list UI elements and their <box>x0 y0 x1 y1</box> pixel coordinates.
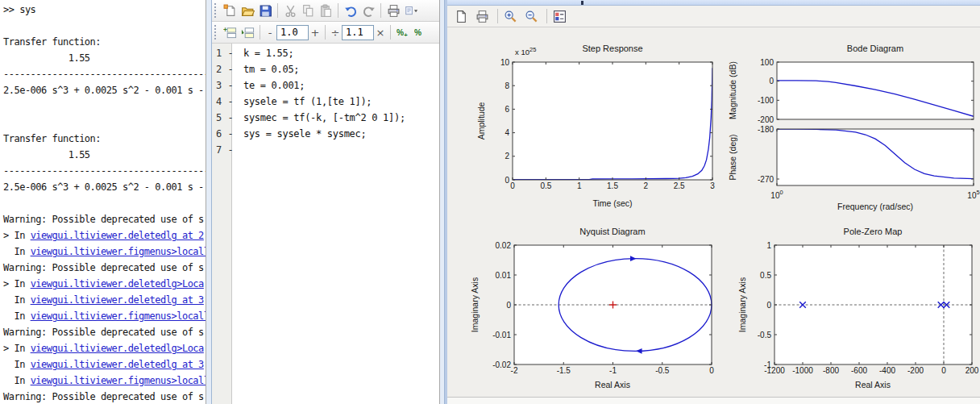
x-axis-label: Real Axis <box>855 380 891 389</box>
divide-button[interactable]: ÷ <box>329 27 342 39</box>
code-line[interactable]: sysele = tf (1,[te 1]); <box>243 94 439 110</box>
viewer-toolbar <box>447 6 980 27</box>
stack-trace-link[interactable]: viewgui.ltiviewer.figmenus>locall <box>31 375 206 386</box>
svg-text:0: 0 <box>709 366 714 375</box>
plot-canvas[interactable]: 00.511.522.530246810Step ResponseTime (s… <box>447 27 980 397</box>
plot-nyquist[interactable]: -2-1.5-1-0.500.020.010-0.01-0.02Nyquist … <box>470 227 714 389</box>
svg-text:-0.5: -0.5 <box>758 331 772 339</box>
svg-text:0: 0 <box>506 301 511 310</box>
cut-icon[interactable] <box>281 2 299 19</box>
undo-icon[interactable] <box>342 2 359 19</box>
code-line[interactable]: sysmec = tf(-k, [-tm^2 0 1]); <box>243 110 439 126</box>
stack-trace-link[interactable]: viewgui.ltiviewer.deletedlg at 3 <box>31 294 204 306</box>
multiply-button[interactable]: × <box>374 27 387 39</box>
svg-text:-180: -180 <box>758 125 774 134</box>
code-line[interactable]: te = 0.001; <box>243 77 439 94</box>
svg-text:-100: -100 <box>758 96 774 105</box>
increment-button[interactable]: + <box>309 27 322 39</box>
svg-text:10: 10 <box>500 58 510 67</box>
code-lines[interactable]: k = 1.55;tm = 0.05;te = 0.001;sysele = t… <box>233 44 439 404</box>
plot-bode-phase[interactable]: 100105-180-270Frequency (rad/sec)Phase (… <box>728 125 980 212</box>
svg-text:-2: -2 <box>511 366 518 375</box>
zoom-out-icon[interactable] <box>522 7 540 25</box>
svg-text:-1: -1 <box>609 366 617 375</box>
viewer-preferences-icon[interactable] <box>550 7 568 25</box>
open-file-icon[interactable] <box>239 2 256 19</box>
y-axis-label: Imaginary Axis <box>737 277 747 332</box>
redo-icon[interactable] <box>359 2 377 19</box>
code-line[interactable]: tm = 0.05; <box>243 61 439 77</box>
console-line: Transfer function: <box>3 131 206 147</box>
code-line[interactable]: k = 1.55; <box>243 45 439 61</box>
print-icon[interactable] <box>473 7 491 25</box>
toolbar-drag-handle[interactable] <box>214 3 218 18</box>
svg-text:105: 105 <box>967 189 979 200</box>
console-line: ----------------------------------------… <box>3 66 206 82</box>
stack-trace-link[interactable]: viewgui.ltiviewer.deletedlg at 2 <box>31 230 204 241</box>
editor-cell-toolbar: + - + ÷ × %+ % <box>212 22 439 44</box>
publish-options-icon[interactable] <box>402 2 420 19</box>
new-file-icon[interactable] <box>221 2 239 19</box>
svg-text:-200: -200 <box>907 366 924 375</box>
console-line: > In viewgui.ltiviewer.deletedlg>Loca <box>3 276 206 292</box>
window-title-fragment <box>581 1 583 5</box>
print-icon[interactable] <box>384 2 402 19</box>
window-titlebar[interactable] <box>447 0 980 6</box>
toolbar-drag-handle[interactable] <box>214 25 218 40</box>
code-line[interactable]: sys = sysele * sysmec; <box>243 126 439 142</box>
new-viewer-icon[interactable] <box>452 7 470 25</box>
comment-plus-icon[interactable]: %+ <box>394 23 412 41</box>
svg-text:0: 0 <box>941 366 946 375</box>
svg-text:-600: -600 <box>851 366 867 375</box>
panel-divider[interactable] <box>206 0 212 404</box>
status-bar <box>447 397 980 404</box>
panel-divider[interactable] <box>439 0 445 404</box>
code-editor[interactable]: 1 -2 -3 -4 -5 -6 -7 - k = 1.55;tm = 0.05… <box>212 44 439 404</box>
svg-text:-800: -800 <box>823 366 839 375</box>
toolbar-separator <box>380 3 381 18</box>
console-line: Warning: Possible deprecated use of s <box>3 260 206 276</box>
line-number: 3 - <box>216 77 231 94</box>
svg-text:0: 0 <box>505 176 509 185</box>
svg-text:200: 200 <box>965 366 979 375</box>
cell-insert-above-icon[interactable]: + <box>221 23 239 41</box>
svg-text:0: 0 <box>769 77 774 85</box>
svg-text:0: 0 <box>510 181 515 190</box>
plot-bode-magnitude[interactable]: 1000-100-200Bode DiagramMagnitude (dB) <box>728 44 974 124</box>
factor-value-field[interactable] <box>342 25 374 40</box>
svg-text:0.5: 0.5 <box>760 271 771 280</box>
zoom-value-field[interactable] <box>276 25 309 40</box>
editor-window: + - + ÷ × %+ % 1 -2 -3 -4 -5 -6 -7 - k =… <box>212 0 439 404</box>
cell-insert-below-icon[interactable] <box>239 23 256 41</box>
plot-title: Step Response <box>582 44 642 53</box>
line-number: 6 - <box>216 126 231 142</box>
svg-text:-400: -400 <box>879 366 895 375</box>
svg-text:1: 1 <box>766 241 771 250</box>
stack-trace-link[interactable]: viewgui.ltiviewer.deletedlg>Loca <box>31 278 204 289</box>
console-line: Warning: Possible deprecated use of s <box>3 324 206 340</box>
svg-text:8: 8 <box>505 81 509 90</box>
plot-step[interactable]: 00.511.522.530246810Step ResponseTime (s… <box>476 44 715 208</box>
svg-text:0.02: 0.02 <box>496 241 512 250</box>
stack-trace-link[interactable]: viewgui.ltiviewer.deletedlg at 3 <box>31 359 204 370</box>
plot-title: Pole-Zero Map <box>844 227 903 236</box>
save-icon[interactable] <box>256 2 274 19</box>
paste-icon[interactable] <box>317 2 334 19</box>
copy-icon[interactable] <box>299 2 317 19</box>
y-axis-label: Magnitude (dB) <box>728 61 737 119</box>
plot-pole-zero[interactable]: -1200-1000-800-600-400-200020010.50-0.5-… <box>737 227 979 389</box>
console-line <box>3 98 206 115</box>
toolbar-separator <box>277 3 278 18</box>
plots-container[interactable]: 00.511.522.530246810Step ResponseTime (s… <box>447 27 980 400</box>
svg-text:-270: -270 <box>758 175 774 184</box>
stack-trace-link[interactable]: viewgui.ltiviewer.figmenus>locall <box>31 246 206 257</box>
decrement-button[interactable]: - <box>264 27 276 39</box>
console-line: In viewgui.ltiviewer.deletedlg at 3 <box>3 292 206 308</box>
command-window[interactable]: >> sysTransfer function: 1.55-----------… <box>0 0 206 404</box>
zoom-in-icon[interactable] <box>501 7 519 25</box>
console-line: Transfer function: <box>3 34 206 50</box>
toolbar-separator <box>497 9 498 23</box>
stack-trace-link[interactable]: viewgui.ltiviewer.figmenus>locall <box>31 310 206 322</box>
comment-icon[interactable]: % <box>412 23 430 41</box>
stack-trace-link[interactable]: viewgui.ltiviewer.deletedlg>Loca <box>31 343 204 354</box>
